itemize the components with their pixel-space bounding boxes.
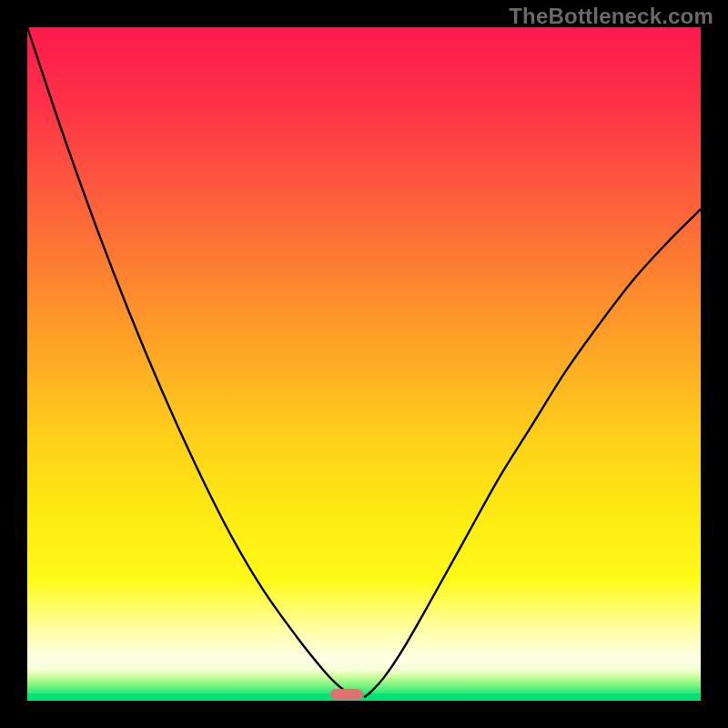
curve-left-arm <box>27 27 354 697</box>
chart-frame: TheBottleneck.com <box>0 0 728 728</box>
curve-right-arm <box>364 209 701 698</box>
watermark-label: TheBottleneck.com <box>509 4 713 29</box>
plot-area <box>27 27 701 701</box>
bottleneck-curve <box>27 27 701 701</box>
optimal-marker-pill <box>330 689 363 700</box>
